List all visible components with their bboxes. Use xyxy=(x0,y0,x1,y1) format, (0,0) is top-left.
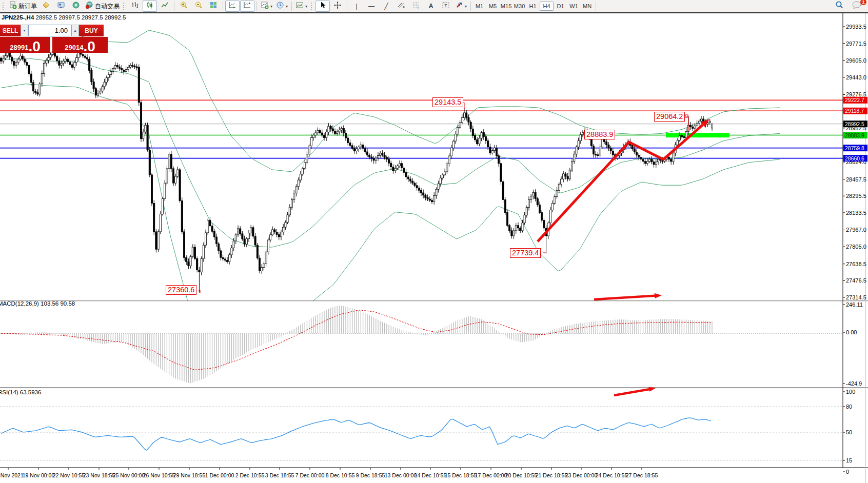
time-axis-label: 29 Nov 18:55 xyxy=(173,472,206,478)
sell-price-pips: .0 xyxy=(28,40,40,53)
metaeditor-button[interactable] xyxy=(39,1,53,12)
zoom-in-button[interactable] xyxy=(176,1,191,12)
time-axis-label: 22 Nov 10:55 xyxy=(53,472,85,478)
trendline-icon: ╱ xyxy=(384,3,388,10)
sell-price-main: 28991 xyxy=(10,44,28,53)
arrows-tool[interactable]: ▾ xyxy=(453,1,468,12)
tab-m30[interactable]: M30 xyxy=(513,2,526,10)
chart-window: 29933.529771.529605.029443.029276.528952… xyxy=(0,13,868,483)
chart-shift-button[interactable] xyxy=(240,1,254,12)
price-annotation-box[interactable]: 29143.5 xyxy=(432,97,463,107)
periods-dropdown-caret[interactable]: ▾ xyxy=(286,4,288,9)
price-annotation-box[interactable]: 27739.4 xyxy=(510,248,541,258)
svg-text:29222.7: 29222.7 xyxy=(845,97,864,103)
time-axis-label: 20 Dec 10:55 xyxy=(505,472,538,478)
volume-increase-button[interactable]: ▲ xyxy=(71,25,79,36)
price-tag: 28660.6 xyxy=(843,155,867,162)
tab-w1[interactable]: W1 xyxy=(567,2,580,10)
new-order-label: 新订单 xyxy=(18,2,37,11)
tab-m15[interactable]: M15 xyxy=(500,2,512,10)
svg-text:100: 100 xyxy=(846,389,855,395)
time-axis-label: 26 Nov 10:55 xyxy=(143,472,175,478)
one-click-trading-panel: SELL ▼ 1.00 ▲ BUY 28991 .0 29014 .0 xyxy=(0,25,108,53)
price-annotation-box[interactable]: 27360.6 xyxy=(166,285,196,295)
new-order-icon xyxy=(9,1,17,11)
strategy-tester-button[interactable] xyxy=(69,1,83,12)
line-chart-button[interactable] xyxy=(157,1,172,12)
notification-badge: 1 xyxy=(860,0,866,5)
auto-scroll-button[interactable] xyxy=(225,1,240,12)
mt4-terminal: 新订单 自动交易 xyxy=(0,0,868,483)
chart-shift-icon xyxy=(243,1,251,11)
buy-price[interactable]: 29014 .0 xyxy=(52,37,108,53)
templates-dropdown-caret[interactable]: ▾ xyxy=(305,4,307,9)
svg-text:28992.5: 28992.5 xyxy=(845,121,864,127)
svg-text:28457.5: 28457.5 xyxy=(846,176,866,183)
time-axis-label: 25 Nov 00:00 xyxy=(113,472,145,478)
search-button[interactable] xyxy=(832,1,846,12)
rsi-line xyxy=(1,418,711,450)
bar-chart-button[interactable] xyxy=(128,1,142,12)
ohlc-values: 28952.5 28997.5 28927.5 28992.5 xyxy=(36,14,126,21)
candlestick-chart-button[interactable] xyxy=(143,1,157,12)
text-label-tool[interactable]: T xyxy=(439,1,453,12)
tab-mn[interactable]: MN xyxy=(581,2,594,10)
tab-d1[interactable]: D1 xyxy=(554,2,567,10)
volume-decrease-button[interactable]: ▼ xyxy=(21,25,28,36)
channel-icon: E xyxy=(397,1,405,11)
horizontal-line-tool[interactable]: — xyxy=(364,1,379,12)
tab-m1[interactable]: M1 xyxy=(473,2,486,10)
svg-text:28133.5: 28133.5 xyxy=(846,210,866,216)
indicators-dropdown-caret[interactable]: ▾ xyxy=(270,4,272,9)
toolbar-drag-handle xyxy=(311,3,313,10)
indicators-button[interactable]: ▾ xyxy=(259,1,274,12)
cursor-tool-button[interactable] xyxy=(315,1,330,12)
sell-price[interactable]: 28991 .0 xyxy=(0,37,50,53)
time-axis-label: 27 Dec 18:55 xyxy=(626,472,658,478)
toolbar-drag-handle xyxy=(3,3,5,10)
svg-text:28883.9: 28883.9 xyxy=(845,132,864,138)
templates-button[interactable]: ▾ xyxy=(294,1,309,12)
sell-button[interactable]: SELL xyxy=(0,25,21,36)
horizontal-line-icon: — xyxy=(368,3,374,10)
arrows-icon xyxy=(455,1,463,11)
price-annotation-box[interactable]: 29064.2 xyxy=(654,112,685,122)
vertical-line-tool[interactable]: | xyxy=(349,1,364,12)
notifications-button[interactable]: 1 xyxy=(850,1,864,12)
arrows-dropdown-caret[interactable]: ▾ xyxy=(465,4,467,9)
toolbar-separator xyxy=(223,2,223,11)
svg-text:F: F xyxy=(418,6,420,9)
time-axis-label: 23 Dec 00:00 xyxy=(565,472,598,478)
zoom-out-button[interactable] xyxy=(191,1,206,12)
trendline-tool[interactable]: ╱ xyxy=(379,1,393,12)
svg-text:28295.5: 28295.5 xyxy=(846,193,866,199)
price-annotation-box[interactable]: 28883.9 xyxy=(584,130,615,139)
time-axis-label: 2 Dec 10:55 xyxy=(235,472,265,478)
tile-windows-button[interactable] xyxy=(206,1,221,12)
new-order-button[interactable]: 新订单 xyxy=(7,1,38,12)
buy-button[interactable]: BUY xyxy=(79,25,104,36)
equidistant-channel-tool[interactable]: E xyxy=(394,1,408,12)
chart-canvas[interactable]: 29933.529771.529605.029443.029276.528952… xyxy=(0,13,868,483)
tab-m5[interactable]: M5 xyxy=(486,2,499,10)
periods-button[interactable]: ▾ xyxy=(274,1,289,12)
tab-h4[interactable]: H4 xyxy=(540,2,554,11)
buy-price-pips: .0 xyxy=(83,40,95,53)
text-tool[interactable]: A xyxy=(424,1,438,12)
crosshair-tool-button[interactable] xyxy=(330,1,345,12)
trend-arrow[interactable] xyxy=(594,293,662,299)
tab-h1[interactable]: H1 xyxy=(526,2,539,10)
terminal-button[interactable] xyxy=(54,1,68,12)
macd-indicator-label: MACD(12,26,9) 103.56 90.58 xyxy=(0,300,75,307)
svg-text:15: 15 xyxy=(846,457,852,464)
symbol-period: JPN225-,H4 xyxy=(2,14,34,21)
cursor-icon xyxy=(319,1,327,11)
autotrading-label: 自动交易 xyxy=(95,2,120,11)
svg-text:28660.6: 28660.6 xyxy=(845,155,864,162)
volume-input[interactable]: 1.00 xyxy=(28,25,71,36)
time-axis-label: 24 Dec 10:55 xyxy=(596,472,628,478)
autotrading-button[interactable]: 自动交易 xyxy=(84,1,121,12)
fibonacci-tool[interactable]: F xyxy=(409,1,423,12)
time-axis-label: 9 Dec 18:55 xyxy=(356,472,385,478)
toolbar-separator xyxy=(596,2,596,11)
